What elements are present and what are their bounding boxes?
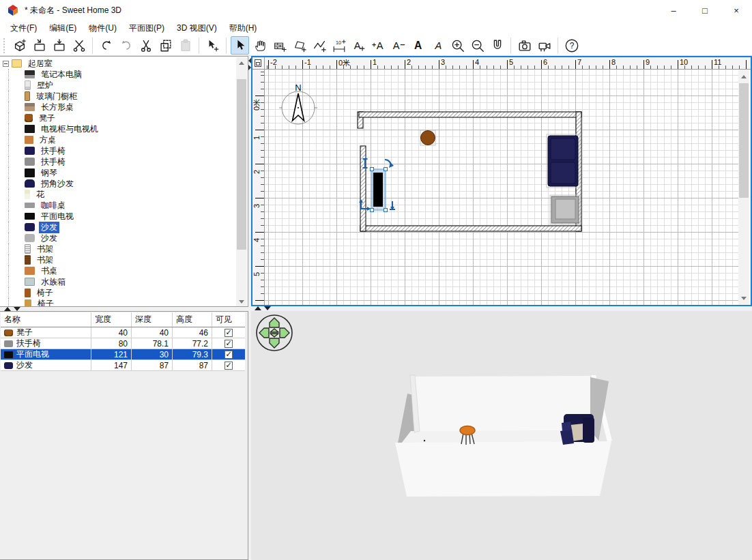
plan-canvas[interactable]: N (265, 70, 740, 305)
video-button[interactable] (535, 36, 553, 55)
photo-button[interactable] (515, 36, 534, 55)
tree-item-armchair-gray[interactable]: 扶手椅 (0, 156, 236, 167)
tree-item-piano[interactable]: 钢琴 (0, 167, 236, 178)
add-furniture-button[interactable] (203, 36, 222, 55)
select-mode-button[interactable] (231, 36, 249, 55)
create-walls-button[interactable] (270, 36, 289, 55)
tree-item-flat-tv[interactable]: 平面电视 (0, 211, 236, 222)
italic-button[interactable]: A (429, 36, 447, 55)
tree-collapse-icon[interactable] (3, 61, 9, 67)
tree-item-fireplace[interactable]: 壁炉 (0, 80, 236, 91)
tree-item-sofa-gray[interactable]: 沙发 (0, 233, 236, 244)
menu-file[interactable]: 文件(F) (4, 20, 43, 36)
tree-item-stool[interactable]: 凳子 (0, 113, 236, 123)
bold-button[interactable]: A (409, 36, 427, 55)
tree-item-rect-table[interactable]: 长方形桌 (0, 102, 236, 113)
close-button[interactable]: × (721, 0, 752, 20)
zoom-in-button[interactable] (448, 36, 467, 55)
table-row[interactable]: 凳子404046✓ (1, 327, 245, 338)
column-header[interactable]: 高度 (173, 312, 212, 327)
redo-button[interactable] (117, 36, 135, 55)
splitter2-collapse-up-icon[interactable] (255, 306, 261, 310)
plan-compass[interactable]: N (279, 83, 317, 124)
table-row[interactable]: 平面电视1213079.3✓ (1, 349, 245, 360)
scroll-up-icon[interactable] (236, 57, 247, 68)
menu-furniture[interactable]: 物件(U) (83, 20, 123, 36)
plan-scroll-up-icon[interactable] (738, 71, 749, 82)
tree-item-armchair-navy[interactable]: 扶手椅 (0, 145, 236, 156)
increase-text-size-button[interactable]: A (369, 36, 388, 55)
tree-root-living-room[interactable]: 起居室 (0, 58, 236, 69)
cell-name: 扶手椅 (1, 338, 91, 349)
column-header[interactable]: 深度 (132, 312, 173, 327)
scroll-down-icon[interactable] (236, 296, 247, 307)
tree-item-chair-dark[interactable]: 椅子 (0, 287, 236, 298)
magnet-button[interactable] (488, 36, 506, 55)
plan-scrollbar[interactable] (738, 70, 749, 305)
create-dimensions-button[interactable]: 10 (330, 36, 348, 55)
tree-item-square-table[interactable]: 方桌 (0, 134, 236, 145)
tree-item-desk[interactable]: 书桌 (0, 265, 236, 276)
help-button[interactable]: ? (562, 36, 581, 55)
tree-item-bookshelf-light[interactable]: 书架 (0, 244, 236, 254)
view-3d[interactable] (251, 311, 752, 560)
tree-item-corner-sofa[interactable]: 拐角沙发 (0, 178, 236, 189)
tree-item-glass-cabinet[interactable]: 玻璃门橱柜 (0, 91, 236, 102)
plan-scrollbar-thumb[interactable] (739, 83, 749, 198)
copy-button[interactable] (156, 36, 175, 55)
tree-item-aquarium[interactable]: 水族箱 (0, 276, 236, 287)
plan-sofa[interactable] (547, 134, 579, 188)
pan-mode-button[interactable] (250, 36, 269, 55)
menu-plan[interactable]: 平面图(P) (123, 20, 171, 36)
table-row[interactable]: 扶手椅8078.177.2✓ (1, 338, 245, 349)
undo-button[interactable] (97, 36, 115, 55)
paste-button[interactable] (176, 36, 194, 55)
tree-item-sofa-navy[interactable]: 沙发 (0, 222, 236, 233)
plan-3d-splitter[interactable] (251, 306, 752, 311)
decrease-text-size-button[interactable]: A (389, 36, 407, 55)
tree-item-laptop[interactable]: 笔记本电脑 (0, 69, 236, 80)
visible-checkbox[interactable]: ✓ (225, 351, 233, 359)
splitter2-collapse-down-icon[interactable] (264, 306, 271, 310)
new-home-button[interactable] (10, 36, 29, 55)
column-header[interactable]: 可见 (212, 312, 245, 327)
plan-view[interactable]: -2-10米1234567891011 0米123456 (251, 56, 752, 306)
3d-navigation-control[interactable] (255, 313, 295, 354)
plan-stool[interactable] (420, 130, 435, 145)
save-home-button[interactable] (50, 36, 68, 55)
preferences-button[interactable] (70, 36, 88, 55)
visible-checkbox[interactable]: ✓ (225, 362, 233, 370)
tree-item-tv-cabinet[interactable]: 电视柜与电视机 (0, 123, 236, 134)
plan-scroll-down-icon[interactable] (738, 293, 749, 304)
scrollbar-thumb[interactable] (237, 79, 246, 250)
plan-armchair[interactable] (550, 195, 580, 224)
table-row[interactable]: 沙发1478787✓ (1, 360, 245, 371)
zoom-out-button[interactable] (468, 36, 487, 55)
menu-help[interactable]: 帮助(H) (223, 20, 263, 36)
h-ruler-label: 7 (577, 58, 581, 66)
tree-item-flower[interactable]: 花 (0, 189, 236, 200)
maximize-button[interactable]: □ (689, 0, 721, 20)
tree-guide-line (8, 123, 25, 134)
menu-view3d[interactable]: 3D 视图(V) (171, 20, 223, 36)
tree-item-label: 沙发 (39, 233, 59, 244)
tree-item-chair-light[interactable]: 椅子 (0, 298, 236, 307)
nav-left-icon (259, 328, 269, 338)
sofa-3d[interactable] (560, 414, 594, 445)
create-rooms-button[interactable] (290, 36, 308, 55)
corner-sofa-icon (25, 179, 35, 188)
tree-item-bookshelf-dark[interactable]: 书架 (0, 254, 236, 265)
menu-edit[interactable]: 编辑(E) (43, 20, 83, 36)
catalog-scrollbar[interactable] (236, 57, 247, 307)
column-header[interactable]: 宽度 (91, 312, 132, 327)
nav-elevate-up-icon (270, 329, 278, 332)
minimize-button[interactable]: – (658, 0, 689, 20)
tree-item-coffee-table[interactable]: 咖啡桌 (0, 200, 236, 211)
cut-button[interactable] (136, 36, 155, 55)
column-header[interactable]: 名称 (1, 312, 91, 327)
create-polylines-button[interactable] (310, 36, 328, 55)
open-home-button[interactable] (30, 36, 48, 55)
add-text-button[interactable]: A (349, 36, 368, 55)
visible-checkbox[interactable]: ✓ (225, 329, 233, 337)
visible-checkbox[interactable]: ✓ (225, 340, 233, 348)
